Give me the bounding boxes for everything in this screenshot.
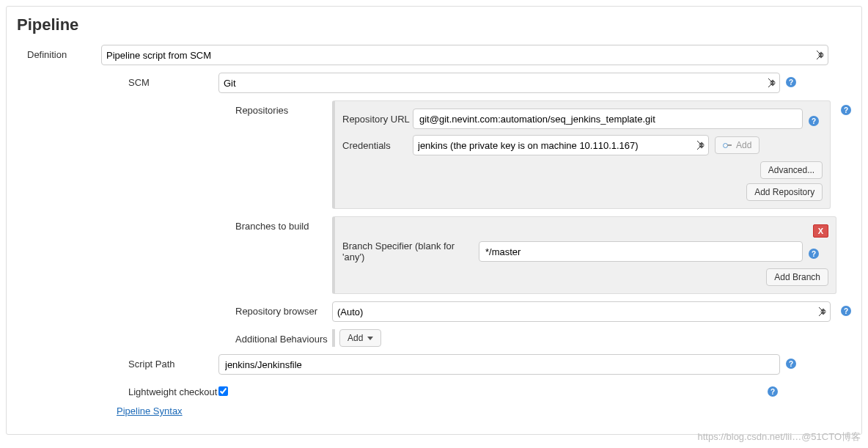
chevron-down-icon bbox=[367, 337, 373, 340]
scm-select[interactable]: Git bbox=[218, 73, 780, 93]
branches-label: Branches to build bbox=[17, 216, 332, 232]
add-repository-button[interactable]: Add Repository bbox=[746, 183, 823, 201]
help-icon[interactable]: ? bbox=[786, 359, 796, 369]
branch-specifier-label: Branch Specifier (blank for 'any') bbox=[342, 240, 479, 262]
additional-behaviours-label: Additional Behaviours bbox=[17, 329, 332, 345]
repositories-label: Repositories bbox=[17, 100, 332, 116]
script-path-input[interactable] bbox=[218, 354, 780, 375]
pipeline-syntax-link[interactable]: Pipeline Syntax bbox=[117, 405, 183, 416]
key-icon bbox=[723, 142, 732, 148]
add-behaviour-label: Add bbox=[347, 333, 363, 343]
lightweight-checkout-checkbox[interactable] bbox=[218, 386, 228, 396]
add-behaviour-button[interactable]: Add bbox=[339, 329, 381, 347]
help-icon[interactable]: ? bbox=[786, 77, 796, 87]
help-icon[interactable]: ? bbox=[809, 249, 819, 259]
definition-label: Definition bbox=[17, 45, 101, 60]
lightweight-checkout-label: Lightweight checkout bbox=[17, 382, 218, 397]
scm-label: SCM bbox=[17, 73, 218, 88]
repository-url-input[interactable] bbox=[413, 109, 803, 129]
credentials-select[interactable]: jenkins (the private key is on machine 1… bbox=[413, 135, 709, 155]
add-branch-button[interactable]: Add Branch bbox=[766, 268, 828, 286]
definition-select[interactable]: Pipeline script from SCM bbox=[101, 45, 828, 65]
help-icon[interactable]: ? bbox=[841, 105, 851, 115]
help-icon[interactable]: ? bbox=[768, 386, 778, 397]
help-icon[interactable]: ? bbox=[809, 116, 819, 126]
script-path-label: Script Path bbox=[17, 354, 218, 370]
credentials-label: Credentials bbox=[342, 140, 413, 151]
repository-browser-label: Repository browser bbox=[17, 301, 332, 317]
repository-url-label: Repository URL bbox=[342, 114, 413, 125]
repository-browser-select[interactable]: (Auto) bbox=[332, 301, 831, 322]
help-icon[interactable]: ? bbox=[841, 306, 851, 316]
add-credentials-button[interactable]: Add bbox=[715, 136, 760, 154]
branch-specifier-input[interactable] bbox=[479, 241, 803, 262]
page-title: Pipeline bbox=[17, 15, 851, 34]
advanced-button[interactable]: Advanced... bbox=[760, 161, 823, 179]
add-credentials-label: Add bbox=[736, 140, 751, 150]
delete-branch-button[interactable]: X bbox=[813, 224, 828, 238]
watermark: https://blog.csdn.net/lii…@51CTO博客 bbox=[698, 430, 861, 441]
